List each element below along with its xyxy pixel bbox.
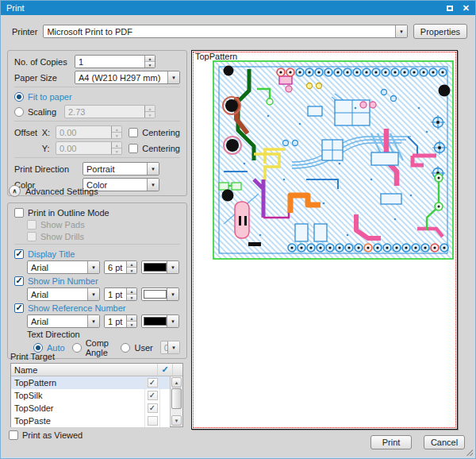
- text-direction-user-radio[interactable]: [121, 343, 130, 353]
- text-direction-auto-radio[interactable]: [33, 343, 43, 353]
- print-dialog: Print ✕ Printer Microsoft Print to PDF ▼…: [0, 0, 476, 459]
- scroll-down-icon[interactable]: ▼: [171, 415, 182, 426]
- pcb-preview-image: [213, 60, 454, 260]
- pin-color-select[interactable]: ▼: [141, 287, 179, 301]
- scrollbar-thumb[interactable]: [171, 388, 182, 409]
- print-as-viewed-label: Print as Viewed: [22, 430, 83, 440]
- user-label: User: [134, 343, 152, 353]
- centering-y-checkbox[interactable]: [129, 144, 138, 153]
- table-row[interactable]: TopSolder ✓: [11, 402, 170, 415]
- show-pin-checkbox[interactable]: ✓: [14, 276, 24, 286]
- dropdown-arrow-icon[interactable]: ▼: [87, 315, 99, 327]
- paper-size-select[interactable]: A4 (W210 H297 mm) ▼: [75, 71, 180, 84]
- table-header[interactable]: Name ✓: [11, 364, 182, 376]
- check-column-header[interactable]: ✓: [158, 364, 173, 376]
- pin-size-stepper[interactable]: 1 pt ▲▼: [104, 287, 137, 301]
- advanced-settings-label: Advanced Settings: [25, 187, 98, 196]
- color-swatch: [144, 290, 167, 299]
- printer-select[interactable]: Microsoft Print to PDF ▼: [43, 25, 407, 38]
- print-direction-select[interactable]: Portrait ▼: [83, 162, 159, 176]
- maximize-icon[interactable]: [447, 3, 453, 13]
- advanced-settings-header[interactable]: ∧ Advanced Settings: [9, 185, 98, 197]
- show-drills-checkbox: [27, 232, 36, 241]
- copies-stepper[interactable]: 1 ▲▼: [75, 55, 155, 68]
- spin-up-icon[interactable]: ▲: [127, 261, 136, 267]
- spin-down-icon[interactable]: ▼: [127, 267, 136, 273]
- fit-to-paper-label: Fit to paper: [28, 92, 72, 102]
- offset-y-label: Y:: [42, 144, 56, 153]
- show-ref-label: Show Reference Number: [28, 303, 126, 313]
- printer-row: Printer Microsoft Print to PDF ▼ Propert…: [12, 24, 467, 39]
- color-swatch: [144, 263, 167, 272]
- dropdown-arrow-icon[interactable]: ▼: [87, 261, 99, 273]
- titlebar[interactable]: Print ✕: [1, 1, 475, 15]
- outline-mode-checkbox[interactable]: [14, 208, 24, 218]
- title-color-select[interactable]: ▼: [141, 260, 179, 274]
- dropdown-arrow-icon[interactable]: ▼: [147, 179, 159, 191]
- spin-up-icon: ▲: [112, 142, 121, 148]
- spin-down-icon[interactable]: ▼: [127, 321, 136, 327]
- separator: [14, 157, 180, 158]
- resize-grip[interactable]: [466, 449, 473, 456]
- properties-button[interactable]: Properties: [413, 24, 467, 39]
- scaling-radio[interactable]: [14, 107, 24, 117]
- printer-value: Microsoft Print to PDF: [44, 25, 394, 37]
- layer-check[interactable]: ✓: [148, 403, 158, 413]
- ref-size-stepper[interactable]: 1 pt ▲▼: [104, 314, 137, 328]
- pin-font-select[interactable]: Arial ▼: [27, 287, 100, 301]
- table-row[interactable]: TopPattern ✓: [11, 376, 170, 389]
- dropdown-arrow-icon[interactable]: ▼: [167, 315, 178, 327]
- table-scrollbar[interactable]: ▲ ▼: [170, 376, 182, 426]
- show-ref-checkbox[interactable]: ✓: [14, 303, 24, 313]
- layer-check[interactable]: ✓: [148, 378, 158, 388]
- title-size-stepper[interactable]: 6 pt ▲▼: [104, 260, 137, 274]
- centering-y-label: Centering: [142, 144, 180, 153]
- spin-up-icon[interactable]: ▲: [127, 315, 136, 321]
- dropdown-arrow-icon[interactable]: ▼: [167, 71, 179, 83]
- dropdown-arrow-icon[interactable]: ▼: [167, 261, 178, 273]
- layer-check[interactable]: ✓: [148, 391, 158, 400]
- dropdown-arrow-icon[interactable]: ▼: [147, 163, 159, 175]
- offset-x-label: X:: [42, 128, 56, 137]
- scroll-up-icon[interactable]: ▲: [171, 377, 182, 388]
- user-angle-select: 0 ▼: [160, 341, 180, 354]
- name-column-header[interactable]: Name: [11, 364, 158, 376]
- ref-color-select[interactable]: ▼: [141, 314, 179, 328]
- print-button[interactable]: Print: [370, 435, 412, 449]
- table-row[interactable]: TopSilk ✓: [11, 389, 170, 402]
- ref-font-select[interactable]: Arial ▼: [27, 314, 100, 328]
- scaling-stepper: 2.73 ▲▼: [64, 105, 155, 118]
- text-direction-comp-radio[interactable]: [72, 343, 82, 353]
- separator: [14, 87, 180, 87]
- display-title-checkbox[interactable]: ✓: [14, 249, 24, 259]
- advanced-settings-group: Print in Outline Mode Show Pads Show Dri…: [7, 202, 187, 359]
- fit-to-paper-radio[interactable]: [14, 92, 24, 102]
- collapse-icon[interactable]: ∧: [9, 185, 21, 197]
- title-font-select[interactable]: Arial ▼: [27, 260, 100, 274]
- print-target-table: Name ✓ TopPattern ✓ TopSilk ✓ TopSolder …: [10, 363, 183, 427]
- offset-y-stepper: 0.00 ▲▼: [56, 141, 122, 155]
- spin-down-icon: ▼: [112, 132, 121, 138]
- print-direction-label: Print Direction: [14, 164, 83, 174]
- show-pin-label: Show Pin Number: [28, 276, 98, 286]
- dropdown-arrow-icon[interactable]: ▼: [87, 288, 99, 300]
- print-preview-page: TopPattern: [191, 50, 458, 430]
- spin-down-icon[interactable]: ▼: [145, 61, 155, 68]
- centering-x-label: Centering: [142, 128, 180, 137]
- color-swatch: [144, 317, 167, 326]
- spin-up-icon[interactable]: ▲: [127, 288, 136, 294]
- dropdown-arrow-icon[interactable]: ▼: [395, 25, 407, 37]
- spin-up-icon[interactable]: ▲: [145, 56, 155, 61]
- spin-down-icon[interactable]: ▼: [127, 294, 136, 300]
- scaling-label: Scaling: [28, 107, 64, 117]
- layer-check[interactable]: [148, 416, 158, 426]
- general-settings-group: No. of Copies 1 ▲▼ Paper Size A4 (W210 H…: [7, 50, 187, 196]
- close-icon[interactable]: ✕: [463, 4, 470, 13]
- centering-x-checkbox[interactable]: [129, 128, 138, 137]
- cancel-button[interactable]: Cancel: [424, 435, 465, 449]
- dropdown-arrow-icon[interactable]: ▼: [167, 288, 178, 300]
- spin-down-icon: ▼: [112, 148, 121, 154]
- print-as-viewed-checkbox[interactable]: [9, 430, 18, 440]
- paper-size-label: Paper Size: [14, 73, 75, 83]
- table-row[interactable]: TopPaste: [11, 415, 170, 427]
